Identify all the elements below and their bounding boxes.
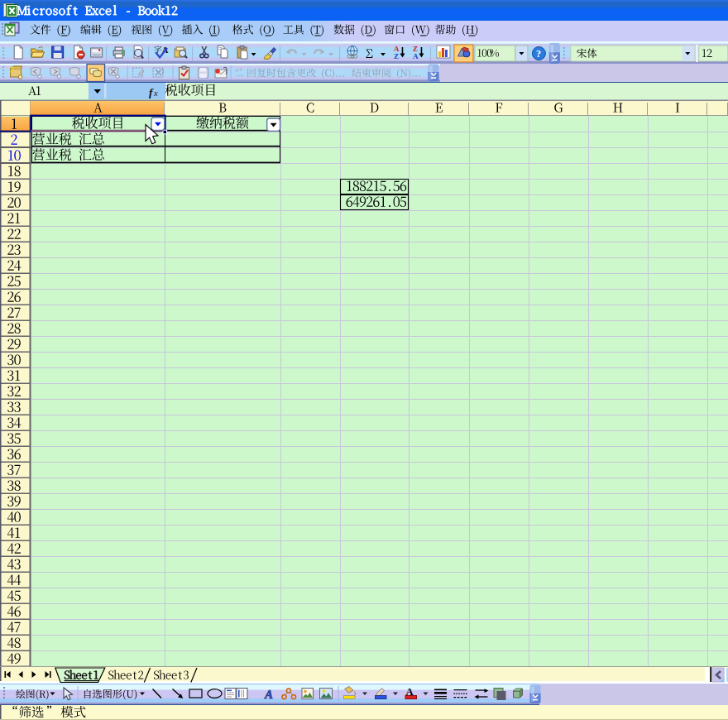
svg-text:Z: Z (394, 51, 399, 60)
svg-text:A: A (264, 688, 273, 701)
svg-text:A: A (413, 51, 419, 60)
svg-text:?: ? (536, 47, 541, 59)
svg-text:x: x (153, 89, 158, 98)
